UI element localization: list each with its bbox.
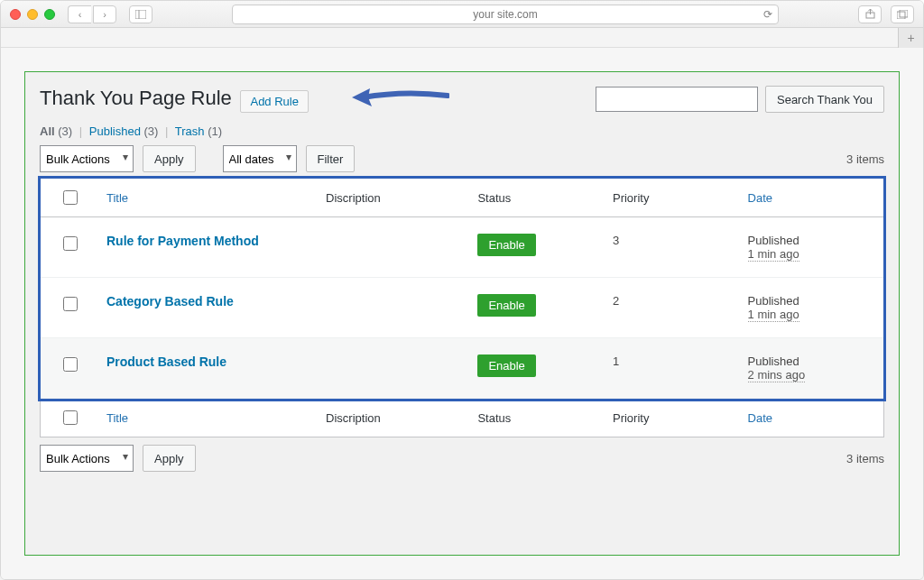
select-all-checkbox-footer[interactable]: [63, 410, 78, 425]
rules-table: Title Discription Status Priority Date R…: [40, 178, 884, 437]
status-filter-links: All (3) | Published (3) | Trash (1): [40, 124, 884, 138]
page-title: Thank You Page Rule: [40, 87, 232, 110]
new-tab-button[interactable]: +: [898, 28, 923, 48]
maximize-icon[interactable]: [44, 9, 55, 20]
apply-button[interactable]: Apply: [143, 145, 196, 172]
tab-strip: +: [1, 28, 923, 48]
page-viewport: Thank You Page Rule Add Rule Search Than…: [1, 48, 923, 579]
item-count-top: 3 items: [846, 152, 884, 166]
url-text: your site.com: [473, 8, 537, 21]
row-checkbox[interactable]: [63, 357, 78, 372]
priority-cell: 3: [605, 217, 741, 278]
filter-published[interactable]: Published: [89, 124, 141, 138]
forward-button[interactable]: ›: [93, 5, 116, 23]
share-icon[interactable]: [858, 5, 882, 23]
col-description-footer: Discription: [319, 399, 470, 437]
col-priority: Priority: [605, 179, 741, 217]
svg-rect-3: [897, 12, 905, 19]
tablenav-top: Bulk Actions Apply All dates Filter 3 it…: [40, 145, 884, 172]
search-input[interactable]: [596, 87, 758, 112]
browser-window: ‹ › your site.com ⟳ + Thank You Page Rul…: [0, 0, 924, 580]
row-title-link[interactable]: Rule for Payment Method: [106, 234, 259, 248]
filter-button[interactable]: Filter: [306, 145, 356, 172]
status-badge: Enable: [477, 234, 535, 256]
bulk-actions-select[interactable]: Bulk Actions: [40, 145, 134, 172]
sidebar-toggle-icon[interactable]: [129, 5, 152, 23]
close-icon[interactable]: [10, 9, 21, 20]
col-status-footer: Status: [470, 399, 605, 437]
col-date-footer[interactable]: Date: [741, 399, 884, 437]
svg-rect-4: [900, 10, 908, 17]
minimize-icon[interactable]: [27, 9, 38, 20]
titlebar: ‹ › your site.com ⟳: [1, 1, 923, 28]
col-priority-footer: Priority: [605, 399, 741, 437]
row-title-link[interactable]: Category Based Rule: [106, 294, 234, 308]
col-title[interactable]: Title: [99, 179, 319, 217]
annotation-arrow-icon: [350, 87, 449, 108]
row-title-link[interactable]: Product Based Rule: [106, 354, 226, 369]
col-description: Discription: [319, 179, 470, 217]
dates-select[interactable]: All dates: [223, 145, 297, 172]
admin-panel: Thank You Page Rule Add Rule Search Than…: [24, 71, 900, 556]
col-date[interactable]: Date: [741, 179, 884, 217]
bulk-actions-select-bottom[interactable]: Bulk Actions: [40, 445, 134, 472]
table-row: Product Based Rule Enable 1 Published2 m…: [41, 338, 884, 399]
table-row: Category Based Rule Enable 2 Published1 …: [41, 278, 884, 338]
table-row: Rule for Payment Method Enable 3 Publish…: [41, 217, 884, 278]
tabs-icon[interactable]: [891, 5, 914, 23]
priority-cell: 1: [605, 338, 741, 399]
filter-trash[interactable]: Trash: [175, 124, 205, 138]
item-count-bottom: 3 items: [846, 452, 884, 465]
svg-rect-0: [135, 10, 146, 19]
search-button[interactable]: Search Thank You: [765, 86, 884, 113]
col-status: Status: [470, 179, 605, 217]
add-rule-button[interactable]: Add Rule: [240, 90, 308, 113]
select-all-checkbox[interactable]: [63, 190, 78, 205]
back-button[interactable]: ‹: [68, 5, 91, 23]
row-checkbox[interactable]: [63, 236, 78, 251]
status-badge: Enable: [477, 354, 535, 377]
url-bar[interactable]: your site.com ⟳: [232, 5, 779, 24]
filter-all[interactable]: All: [40, 124, 55, 138]
status-badge: Enable: [477, 294, 535, 317]
row-checkbox[interactable]: [63, 297, 78, 311]
col-title-footer[interactable]: Title: [99, 399, 319, 437]
priority-cell: 2: [605, 278, 741, 338]
tablenav-bottom: Bulk Actions Apply 3 items: [40, 445, 884, 472]
window-controls: [10, 9, 55, 20]
apply-button-bottom[interactable]: Apply: [143, 445, 196, 472]
reload-icon[interactable]: ⟳: [763, 8, 772, 21]
